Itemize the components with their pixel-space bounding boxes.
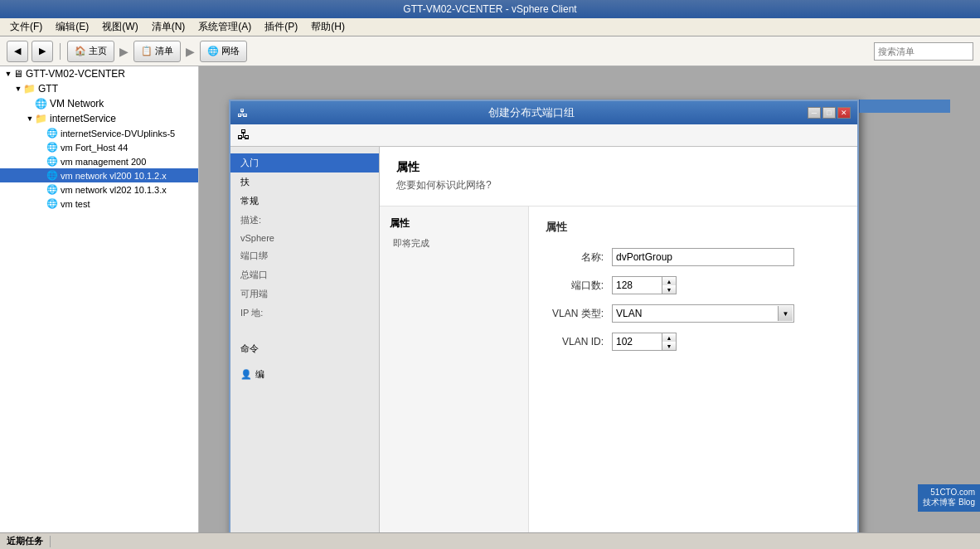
gtt-label: GTT (38, 83, 58, 95)
watermark-url: 51CTO.com (923, 488, 975, 497)
internet-label: internetService (50, 113, 116, 124)
expand-vcenter[interactable]: ▼ (3, 70, 13, 78)
vl200-label: vm network vl200 10.1.2.x (61, 171, 167, 181)
app-title: GTT-VM02-VCENTER - vSphere Client (3, 3, 977, 15)
summary-subtitle: 即将完成 (390, 237, 518, 250)
sidebar-item-gtt[interactable]: ▼ 📁 GTT (0, 81, 198, 96)
dialog-heading: 属性 (396, 160, 841, 175)
minimize-button[interactable]: ─ (808, 107, 821, 119)
nav-jump[interactable]: 扶 (230, 172, 379, 192)
back-button[interactable]: ◀ (7, 41, 28, 62)
nav-intro[interactable]: 入门 (230, 153, 379, 172)
right-panel (859, 100, 950, 113)
form-row-vlan-type: VLAN 类型: VLAN 无 专用VLAN 中继 ▼ (546, 304, 841, 323)
nav-vsphere: vSphere (230, 230, 379, 246)
menu-edit[interactable]: 编辑(E) (49, 18, 95, 36)
fort-icon: 🌐 (46, 142, 58, 153)
form-row-name: 名称: (546, 248, 841, 266)
port-count-label: 端口数: (546, 279, 612, 293)
dialog-body: 入门 扶 常规 描述: vSphere 端口绑 总端口 可用端 IP (230, 147, 857, 532)
vlan-type-select[interactable]: VLAN 无 专用VLAN 中继 (612, 304, 794, 323)
port-count-input[interactable] (612, 276, 662, 294)
nav-ippool: IP 地: (230, 304, 379, 323)
sidebar-item-management[interactable]: 🌐 vm management 200 (0, 154, 198, 168)
dvuplinks-label: internetService-DVUplinks-5 (61, 129, 175, 138)
sidebar-item-vm-network[interactable]: 🌐 VM Network (0, 96, 198, 111)
network-button[interactable]: 🌐 网络 (200, 41, 247, 62)
forward-button[interactable]: ▶ (32, 41, 53, 62)
nav-regular-label: 常规 (240, 195, 259, 207)
dialog-title-bar: 🖧 创建分布式端口组 ─ □ ✕ (230, 101, 857, 124)
vlan-id-down[interactable]: ▼ (662, 342, 676, 350)
sidebar-item-dvuplinks[interactable]: 🌐 internetService-DVUplinks-5 (0, 126, 198, 140)
close-button[interactable]: ✕ (837, 107, 851, 119)
internet-icon: 📁 (35, 113, 47, 124)
sidebar-item-internet-service[interactable]: ▼ 📁 internetService (0, 111, 198, 126)
expand-internet[interactable]: ▼ (25, 114, 35, 123)
form-title: 属性 (546, 220, 841, 235)
home-icon: 🏠 (75, 46, 86, 56)
maximize-button[interactable]: □ (822, 107, 836, 119)
nav-edit-icon: 👤 (240, 369, 252, 380)
bottom-sep (50, 536, 51, 547)
network-icon: 🌐 (207, 46, 219, 56)
vcenter-label: GTT-VM02-VCENTER (26, 68, 125, 80)
vlan-id-spinner: ▲ ▼ (612, 333, 677, 351)
expand-gtt[interactable]: ▼ (13, 85, 23, 93)
vlan-type-label: VLAN 类型: (546, 307, 612, 321)
gtt-icon: 📁 (23, 83, 36, 95)
watermark-blog: 技术博客 Blog (923, 497, 975, 508)
vcenter-icon: 🖥 (13, 68, 23, 80)
name-input[interactable] (612, 248, 794, 266)
toolbar-network-icon: 🖧 (237, 128, 250, 143)
name-label: 名称: (546, 250, 612, 265)
summary-title: 属性 (390, 216, 518, 231)
menu-file[interactable]: 文件(F) (3, 18, 49, 36)
fort-label: vm Fort_Host 44 (61, 143, 128, 153)
sidebar-item-fort-host[interactable]: 🌐 vm Fort_Host 44 (0, 140, 198, 154)
sidebar-item-vl202[interactable]: 🌐 vm network vl202 10.1.3.x (0, 182, 198, 197)
menu-help[interactable]: 帮助(H) (304, 18, 352, 36)
sidebar-item-vl200[interactable]: 🌐 vm network vl200 10.1.2.x (0, 168, 198, 182)
search-input[interactable] (874, 42, 973, 61)
port-count-up[interactable]: ▲ (662, 277, 676, 285)
menu-plugin[interactable]: 插件(P) (258, 18, 304, 36)
title-bar: GTT-VM02-VCENTER - vSphere Client (0, 0, 980, 18)
vl200-icon: 🌐 (46, 170, 58, 181)
nav-desc: 描述: (230, 211, 379, 230)
nav-portbind: 端口绑 (230, 246, 379, 265)
toolbar-separator3: ▶ (186, 45, 195, 58)
vm-network-icon: 🌐 (35, 98, 47, 109)
toolbar: ◀ ▶ 🏠 主页 ▶ 📋 清单 ▶ 🌐 网络 (0, 36, 980, 66)
home-button[interactable]: 🏠 主页 (67, 41, 114, 62)
dialog-main-content: 属性 即将完成 属性 名称: (380, 206, 857, 532)
summary-panel: 属性 即将完成 (380, 206, 529, 532)
nav-regular[interactable]: 常规 (230, 192, 379, 211)
vlan-id-up[interactable]: ▲ (662, 333, 676, 342)
menu-inventory[interactable]: 清单(N) (145, 18, 192, 36)
sidebar: ▼ 🖥 GTT-VM02-VCENTER ▼ 📁 GTT 🌐 VM Networ… (0, 66, 199, 532)
sidebar-item-vm-test[interactable]: 🌐 vm test (0, 197, 198, 211)
menu-view[interactable]: 视图(W) (95, 18, 144, 36)
form-row-vlan-id: VLAN ID: ▲ ▼ (546, 333, 841, 351)
dialog-nav: 入门 扶 常规 描述: vSphere 端口绑 总端口 可用端 IP (230, 147, 380, 532)
port-count-spinner-btns: ▲ ▼ (662, 276, 677, 294)
nav-command[interactable]: 命令 (230, 339, 379, 358)
list-label: 清单 (155, 45, 173, 57)
nav-edit[interactable]: 👤 编 (230, 365, 379, 384)
vmtest-label: vm test (61, 199, 90, 209)
dialog-subheading: 您要如何标识此网络? (396, 178, 841, 192)
list-button[interactable]: 📋 清单 (133, 41, 181, 62)
create-port-group-dialog: 🖧 创建分布式端口组 ─ □ ✕ 🖧 (229, 100, 859, 532)
dialog-top-section: 属性 您要如何标识此网络? (380, 147, 857, 206)
bottom-bar: 近期任务 (0, 532, 980, 549)
form-row-ports: 端口数: ▲ ▼ (546, 276, 841, 294)
nav-spacer2 (230, 358, 379, 365)
list-icon: 📋 (141, 46, 153, 56)
dialog-title: 创建分布式端口组 (255, 105, 808, 120)
sidebar-item-vcenter[interactable]: ▼ 🖥 GTT-VM02-VCENTER (0, 66, 198, 81)
menu-admin[interactable]: 系统管理(A) (192, 18, 258, 36)
vlan-id-input[interactable] (612, 333, 662, 351)
nav-availport: 可用端 (230, 284, 379, 304)
port-count-down[interactable]: ▼ (662, 285, 676, 294)
